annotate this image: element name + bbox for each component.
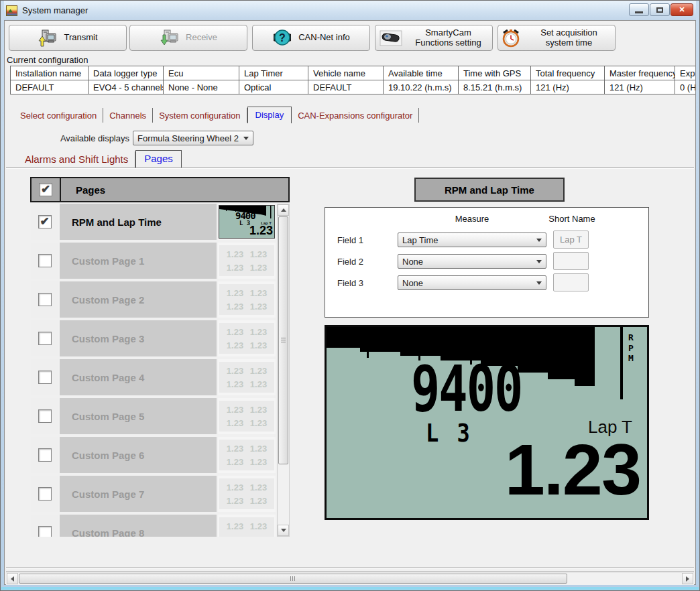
field1-measure-select[interactable]: Lap Time [398,233,546,247]
page-thumbnail[interactable]: 1.231.23 1.231.23 [218,515,276,537]
tab-channels[interactable]: Channels [103,108,153,123]
col-total-frequency: Total frequency [531,66,605,80]
selected-page-title: RPM and Lap Time [414,178,565,202]
pages-header-checkbox[interactable]: ✔ [39,183,52,196]
list-item-custom-page-1[interactable]: Custom Page 1 1.231.23 1.231.23 [31,243,276,279]
list-item-rpm-and-lap-time[interactable]: ✔ RPM and Lap Time 9400 L 3 Lap T 1.23 [31,204,276,240]
short-name-header: Short Name [538,214,605,224]
chevron-down-icon [243,137,249,140]
list-item-custom-page-6[interactable]: Custom Page 6 1.231.23 1.231.23 [31,437,276,473]
page-checkbox[interactable] [38,448,52,462]
page-thumbnail[interactable]: 9400 L 3 Lap T 1.23 [218,204,276,240]
tab-display[interactable]: Display [247,107,292,123]
divider [6,568,694,569]
field2-measure-value: None [402,257,423,267]
page-checkbox[interactable]: ✔ [38,215,52,228]
maximize-button[interactable] [650,3,670,16]
tab-system-configuration[interactable]: System configuration [153,108,247,123]
cell-total-frequency: 121 (Hz) [531,80,605,94]
list-item-custom-page-5[interactable]: Custom Page 5 1.231.23 1.231.23 [31,398,276,434]
measure-header: Measure [398,214,546,224]
smartycam-icon [380,30,402,46]
page-thumbnail[interactable]: 1.231.23 1.231.23 [218,398,276,434]
tab-can-expansions-configurator[interactable]: CAN-Expansions configurator [292,108,419,123]
rpm-value: 9400 [411,358,522,421]
horizontal-scrollbar[interactable] [6,572,694,585]
page-name: Custom Page 2 [72,294,144,306]
col-master-frequency: Master frequency [605,66,675,80]
can-net-info-icon: ? [272,29,292,48]
chevron-down-icon [536,260,542,263]
pages-list: ✔ RPM and Lap Time 9400 L 3 Lap T 1.23 [31,204,276,537]
scrollbar-thumb[interactable] [278,216,288,464]
current-configuration-table: Installation name Data logger type Ecu L… [10,66,695,95]
page-checkbox[interactable] [38,487,52,501]
list-item-custom-page-7[interactable]: Custom Page 7 1.231.23 1.231.23 [31,476,276,512]
tab-alarms-shift-lights[interactable]: Alarms and Shift Lights [18,151,135,168]
field3-short-name-input[interactable] [553,273,589,291]
transmit-label: Transmit [64,33,97,43]
page-thumbnail[interactable]: 1.231.23 1.231.23 [218,320,276,356]
check-icon: ✔ [41,182,50,196]
scroll-up-button[interactable] [278,204,289,216]
close-button[interactable]: ✕ [670,3,693,16]
page-checkbox[interactable] [38,332,52,345]
pages-header-title: Pages [76,184,105,196]
chevron-down-icon [536,281,542,285]
field2-measure-select[interactable]: None [398,254,546,269]
arrow-down-icon [281,529,286,532]
list-item-custom-page-4[interactable]: Custom Page 4 1.231.23 1.231.23 [31,359,276,395]
current-configuration-label: Current configuration [7,55,88,65]
page-name: RPM and Lap Time [72,216,162,228]
scroll-right-button[interactable] [682,573,693,584]
col-installation-name: Installation name [11,66,89,80]
scrollbar-thumb[interactable] [19,574,567,584]
title-bar[interactable]: System manager ✕ [4,1,696,20]
list-item-custom-page-8[interactable]: Custom Page 8 1.231.23 1.231.23 [31,515,276,537]
set-acquisition-time-label: Set acquisition system time [526,28,612,48]
field1-short-name-input[interactable]: Lap T [553,231,589,249]
transmit-button[interactable]: Transmit [9,25,127,51]
list-item-custom-page-2[interactable]: Custom Page 2 1.231.23 1.231.23 [31,281,276,318]
arrow-right-icon [686,576,689,582]
svg-text:?: ? [279,32,286,44]
mini-lap-time: 1.23 [249,224,273,238]
arrow-up-icon [281,208,286,212]
tab-select-configuration[interactable]: Select configuration [14,108,103,123]
page-checkbox[interactable] [38,409,52,423]
maximize-icon [656,7,663,13]
page-checkbox[interactable] [38,254,52,267]
available-displays-select[interactable]: Formula Steering Wheel 2 [133,131,253,145]
client-area: Transmit Receive ? CAN-Net info [4,20,696,585]
page-checkbox[interactable] [38,526,52,537]
page-checkbox[interactable] [38,293,52,306]
set-acquisition-time-button[interactable]: Set acquisition system time [498,25,616,51]
col-vehicle-name: Vehicle name [308,66,384,80]
close-icon: ✕ [679,5,685,14]
field2-label: Field 2 [337,257,363,267]
cell-exp: 0 (H [675,80,696,94]
list-item-custom-page-3[interactable]: Custom Page 3 1.231.23 1.231.23 [31,320,276,356]
page-thumbnail[interactable]: 1.231.23 1.231.23 [218,243,276,279]
cell-ecu: None - None [164,80,239,94]
pages-scrollbar[interactable] [277,204,290,537]
scroll-down-button[interactable] [278,525,289,536]
fields-panel: Measure Short Name Field 1 Lap Time Lap … [325,207,649,318]
can-net-info-button[interactable]: ? CAN-Net info [252,25,370,51]
minimize-button[interactable] [629,3,649,16]
scroll-left-button[interactable] [7,573,18,584]
receive-button[interactable]: Receive [129,25,247,51]
field3-measure-select[interactable]: None [398,275,546,290]
page-thumbnail[interactable]: 1.231.23 1.231.23 [218,359,276,395]
field1-measure-value: Lap Time [402,235,438,245]
page-thumbnail[interactable]: 1.231.23 1.231.23 [218,437,276,473]
display-subtabs: Alarms and Shift Lights Pages [18,149,182,168]
page-checkbox[interactable] [38,371,52,384]
field2-short-name-input[interactable] [553,252,589,270]
page-thumbnail[interactable]: 1.231.23 1.231.23 [218,281,276,318]
smartycam-functions-button[interactable]: SmartyCam Functions setting [375,25,493,51]
tab-pages[interactable]: Pages [135,150,182,168]
smartycam-functions-label: SmartyCam Functions setting [408,28,489,48]
minimize-icon [635,11,643,13]
page-thumbnail[interactable]: 1.231.23 1.231.23 [218,476,276,512]
